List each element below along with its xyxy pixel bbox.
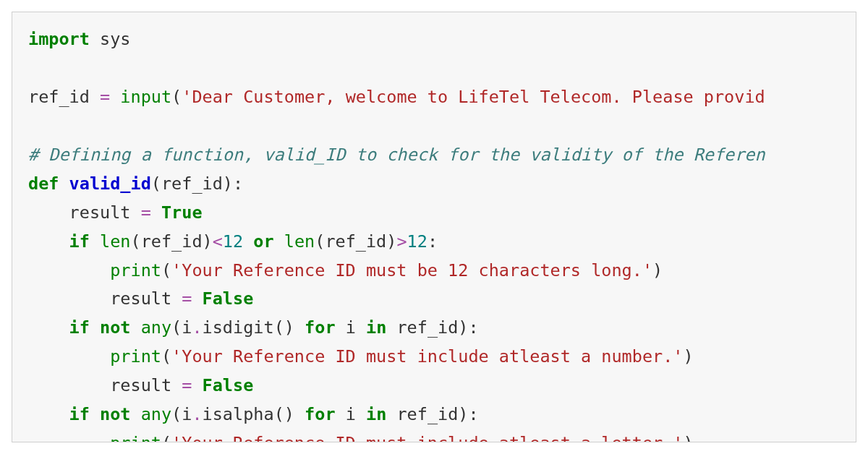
space — [130, 202, 140, 223]
space — [110, 87, 120, 107]
paren-open: ( — [274, 404, 284, 424]
operator-eq: = — [141, 202, 151, 223]
bool-true: True — [161, 202, 203, 223]
builtin-len: len — [284, 231, 315, 252]
indent — [28, 202, 69, 223]
space — [356, 404, 366, 424]
space — [131, 404, 141, 424]
space — [90, 404, 100, 424]
space — [243, 231, 253, 252]
space — [171, 375, 182, 395]
keyword-in: in — [366, 404, 386, 424]
paren-open: ( — [171, 404, 182, 424]
builtin-print: print — [110, 433, 161, 442]
space — [336, 404, 346, 424]
paren-close: ) — [203, 231, 213, 252]
indent — [28, 317, 69, 338]
space — [151, 202, 161, 223]
paren-close: ) — [684, 346, 694, 367]
space — [131, 317, 141, 338]
paren-close: ) — [284, 317, 294, 338]
operator-gt: > — [396, 231, 407, 252]
keyword-if: if — [69, 231, 90, 252]
colon: : — [469, 317, 479, 338]
indent — [28, 288, 110, 309]
paren-open: ( — [161, 260, 171, 280]
code-content: import sys ref_id = input('Dear Customer… — [28, 25, 840, 442]
variable: ref_id — [28, 87, 90, 107]
indent — [28, 346, 110, 367]
space — [192, 375, 202, 395]
colon: : — [427, 231, 438, 252]
paren-close: ) — [386, 231, 396, 252]
operator-eq: = — [182, 375, 192, 395]
space — [274, 231, 284, 252]
space — [90, 231, 100, 252]
keyword-if: if — [69, 317, 90, 338]
paren-open: ( — [274, 317, 284, 338]
paren-close: ) — [458, 317, 468, 338]
space — [171, 288, 182, 309]
variable: ref_id — [396, 317, 458, 338]
variable: result — [69, 202, 131, 223]
variable: i — [182, 404, 192, 424]
paren-open: ( — [171, 87, 182, 107]
space — [356, 317, 366, 338]
variable: i — [346, 404, 356, 424]
indent — [28, 433, 110, 442]
variable: result — [110, 288, 171, 309]
keyword-for: for — [305, 404, 335, 424]
variable: i — [346, 317, 356, 338]
string-literal: 'Dear Customer, welcome to LifeTel Telec… — [182, 87, 765, 107]
comment: # Defining a function, valid_ID to check… — [28, 145, 765, 165]
colon: : — [469, 404, 479, 424]
builtin-input: input — [120, 87, 171, 107]
bool-false: False — [203, 288, 254, 309]
paren-close: ) — [284, 404, 294, 424]
string-literal: 'Your Reference ID must include atleast … — [171, 433, 683, 442]
space — [386, 317, 396, 338]
paren-close: ) — [684, 433, 694, 442]
number-literal: 12 — [407, 231, 427, 252]
paren-open: ( — [171, 317, 182, 338]
space — [90, 317, 100, 338]
paren-open: ( — [161, 433, 171, 442]
keyword-not: not — [100, 317, 130, 338]
builtin-print: print — [110, 346, 161, 367]
space — [192, 288, 202, 309]
dot: . — [192, 317, 202, 338]
paren-open: ( — [161, 346, 171, 367]
builtin-any: any — [141, 317, 171, 338]
operator-lt: < — [213, 231, 223, 252]
space — [294, 317, 305, 338]
operator-eq: = — [100, 87, 110, 107]
indent — [28, 375, 110, 395]
space — [90, 29, 100, 49]
indent — [28, 404, 69, 424]
keyword-or: or — [253, 231, 273, 252]
keyword-import: import — [28, 29, 90, 49]
indent — [28, 260, 110, 280]
space — [294, 404, 305, 424]
space — [90, 87, 100, 107]
paren-open: ( — [151, 174, 161, 194]
code-block: import sys ref_id = input('Dear Customer… — [12, 12, 856, 442]
keyword-def: def — [28, 174, 59, 194]
bool-false: False — [203, 375, 254, 395]
dot: . — [192, 404, 202, 424]
paren-close: ) — [458, 404, 468, 424]
keyword-not: not — [100, 404, 130, 424]
indent — [28, 231, 69, 252]
number-literal: 12 — [223, 231, 243, 252]
colon: : — [233, 174, 243, 194]
module-name: sys — [100, 29, 130, 49]
keyword-for: for — [305, 317, 335, 338]
builtin-any: any — [141, 404, 171, 424]
builtin-print: print — [110, 260, 161, 280]
parameter: ref_id — [161, 174, 223, 194]
string-literal: 'Your Reference ID must include atleast … — [171, 346, 683, 367]
space — [386, 404, 396, 424]
method-name: isalpha — [203, 404, 274, 424]
variable: i — [182, 317, 192, 338]
function-name: valid_id — [69, 174, 151, 194]
